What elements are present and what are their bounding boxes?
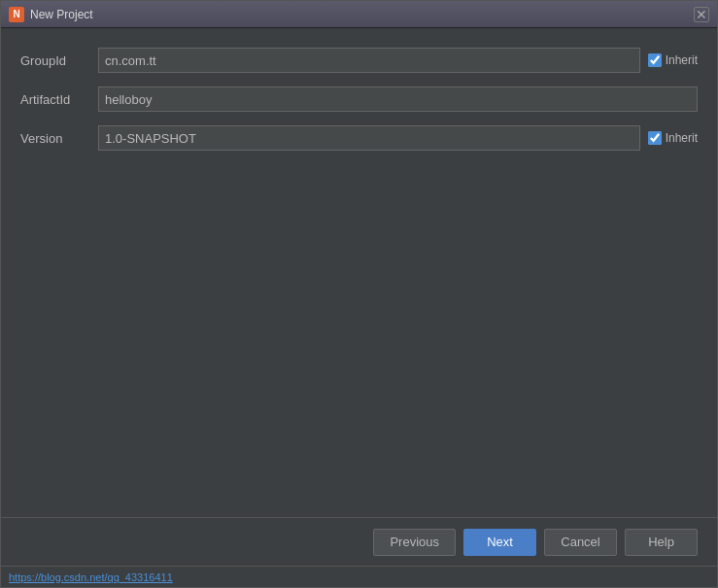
groupid-inherit-group: Inherit (648, 53, 698, 67)
window-title: New Project (30, 8, 694, 21)
artifactid-input[interactable] (98, 86, 698, 112)
groupid-inherit-checkbox[interactable] (648, 53, 662, 67)
version-row: Version Inherit (20, 125, 698, 151)
next-button[interactable]: Next (463, 529, 536, 556)
window-icon: N (9, 7, 24, 22)
status-url[interactable]: https://blog.csdn.net/qq_43316411 (9, 571, 173, 583)
version-inherit-checkbox[interactable] (648, 131, 662, 145)
groupid-row: GroupId Inherit (20, 48, 698, 73)
status-bar: https://blog.csdn.net/qq_43316411 (1, 566, 717, 587)
dialog-content: GroupId Inherit ArtifactId Version Inher… (1, 28, 717, 517)
previous-button[interactable]: Previous (373, 529, 456, 556)
button-bar: Previous Next Cancel Help (1, 517, 717, 566)
close-icon: ✕ (696, 7, 707, 22)
version-label: Version (20, 131, 98, 146)
groupid-label: GroupId (20, 53, 98, 68)
groupid-inherit-label: Inherit (666, 53, 698, 67)
version-input[interactable] (98, 125, 640, 151)
version-inherit-label: Inherit (666, 131, 698, 145)
new-project-dialog: N New Project ✕ GroupId Inherit Artifact… (0, 0, 718, 588)
artifactid-label: ArtifactId (20, 92, 98, 107)
version-inherit-group: Inherit (648, 131, 698, 145)
artifactid-row: ArtifactId (20, 86, 698, 112)
cancel-button[interactable]: Cancel (544, 529, 617, 556)
groupid-input[interactable] (98, 48, 640, 73)
help-button[interactable]: Help (625, 529, 698, 556)
title-bar: N New Project ✕ (1, 1, 717, 28)
close-button[interactable]: ✕ (694, 7, 709, 22)
